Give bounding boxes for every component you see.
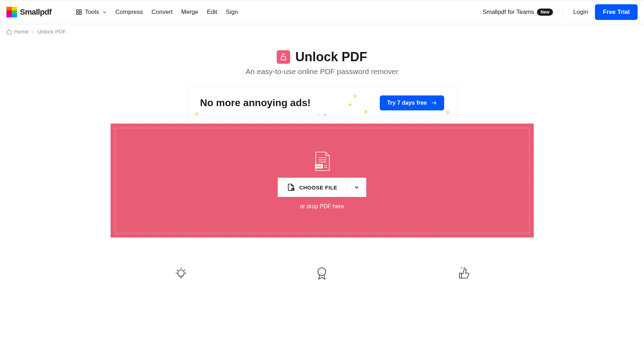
chevron-down-icon	[102, 10, 107, 15]
svg-rect-3	[79, 13, 81, 15]
document-icon	[287, 183, 295, 191]
tools-label: Tools	[85, 9, 99, 16]
breadcrumb-current: Unlock PDF	[37, 28, 66, 35]
header: Smallpdf Tools Compress Convert Merge Ed…	[0, 0, 644, 24]
promo-banner: ✕ + ✕ ✕ ✕ No more annoying ads! Try 7 da…	[187, 87, 457, 119]
nav-left: Tools Compress Convert Merge Edit Sign	[76, 6, 238, 18]
choose-file-dropdown[interactable]	[347, 178, 366, 197]
svg-line-24	[462, 267, 462, 268]
arrow-right-icon	[431, 100, 437, 106]
svg-point-16	[178, 270, 184, 276]
choose-file-group: CHOOSE FILE	[278, 178, 366, 197]
dropzone-container: PDF CHOOSE FILE or drop PDF here	[111, 124, 534, 238]
teams-label: Smallpdf for Teams	[483, 9, 534, 16]
unlock-icon	[277, 50, 290, 64]
svg-rect-1	[79, 10, 81, 11]
grid-icon	[76, 9, 82, 15]
sparkle-icon: ✕	[195, 111, 199, 117]
logo-icon	[6, 7, 17, 17]
free-trial-button[interactable]: Free Trial	[595, 4, 638, 20]
chevron-down-icon	[353, 184, 360, 191]
svg-line-19	[184, 270, 185, 271]
dropzone[interactable]: PDF CHOOSE FILE or drop PDF here	[115, 128, 529, 233]
nav-compress[interactable]: Compress	[116, 6, 143, 18]
svg-line-18	[177, 270, 178, 271]
sparkle-icon: ✕	[353, 93, 357, 99]
sparkle-icon: ✕	[364, 109, 368, 115]
nav-edit[interactable]: Edit	[207, 6, 217, 18]
hero-title-row: Unlock PDF	[0, 49, 644, 64]
carousel-dots	[318, 114, 326, 116]
hero: Unlock PDF An easy-to-use online PDF pas…	[0, 49, 644, 76]
brand-logo[interactable]: Smallpdf	[6, 7, 52, 17]
svg-line-23	[464, 267, 465, 268]
carousel-dot[interactable]	[324, 114, 326, 116]
breadcrumb: Home › Unlock PDF	[0, 24, 644, 39]
badge-icon	[315, 266, 329, 280]
carousel-dot[interactable]	[318, 114, 320, 116]
svg-point-22	[318, 268, 326, 276]
nav-merge[interactable]: Merge	[181, 6, 198, 18]
svg-rect-4	[281, 57, 286, 60]
drop-hint: or drop PDF here	[300, 203, 344, 210]
svg-rect-0	[76, 10, 78, 11]
page-title: Unlock PDF	[295, 49, 367, 64]
nav-sign[interactable]: Sign	[226, 6, 238, 18]
home-icon	[6, 29, 12, 35]
promo-cta-button[interactable]: Try 7 days free	[380, 95, 444, 110]
sparkle-icon: ✕	[446, 110, 450, 115]
nav-convert[interactable]: Convert	[151, 6, 173, 18]
svg-text:PDF: PDF	[316, 165, 322, 168]
lightbulb-icon	[174, 266, 188, 280]
divider	[563, 6, 563, 19]
login-link[interactable]: Login	[573, 6, 588, 18]
promo-cta-label: Try 7 days free	[387, 100, 427, 106]
breadcrumb-separator: ›	[32, 28, 34, 35]
brand-name: Smallpdf	[20, 7, 52, 17]
page-subtitle: An easy-to-use online PDF password remov…	[0, 67, 644, 76]
promo-headline: No more annoying ads!	[200, 97, 311, 109]
choose-file-button[interactable]: CHOOSE FILE	[278, 178, 347, 197]
svg-rect-2	[76, 13, 78, 15]
choose-file-label: CHOOSE FILE	[299, 184, 337, 191]
features-row	[111, 266, 534, 280]
nav-right: Smallpdf for Teams New Login Free Trial	[483, 4, 638, 20]
thumbs-up-icon	[456, 266, 470, 280]
breadcrumb-home-label: Home	[14, 28, 28, 35]
pdf-file-icon: PDF	[314, 151, 330, 171]
breadcrumb-home[interactable]: Home	[6, 28, 28, 35]
sparkle-icon: +	[348, 101, 352, 109]
teams-link[interactable]: Smallpdf for Teams New	[483, 9, 553, 16]
new-badge: New	[537, 9, 553, 16]
tools-dropdown[interactable]: Tools	[76, 6, 107, 18]
